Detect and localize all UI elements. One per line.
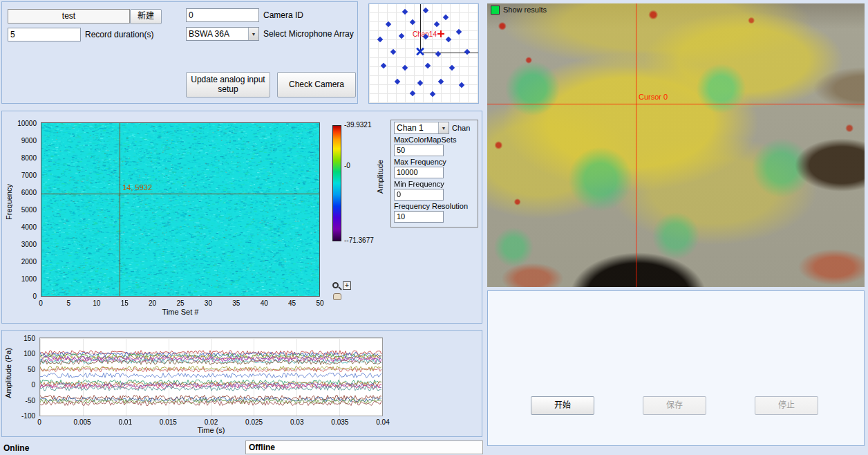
mic-point	[386, 21, 391, 26]
tick-label: 10	[93, 299, 100, 307]
colorbar-mid-label: -0	[344, 162, 350, 169]
start-button[interactable]: 开始	[531, 396, 594, 415]
tick-label: 6000	[21, 189, 37, 196]
chan14-marker-icon	[437, 30, 444, 37]
mic-point	[377, 37, 383, 42]
microphone-array-value: BSWA 36A	[187, 29, 248, 39]
tick-label: -50	[26, 396, 35, 404]
check-camera-button[interactable]: Check Camera	[277, 72, 356, 98]
min-frequency-label: Min Frequency	[394, 180, 475, 188]
mic-point	[423, 7, 428, 12]
frequency-resolution-input[interactable]: 10	[394, 211, 444, 223]
tick-label: 5	[67, 299, 71, 307]
plus-icon: +	[345, 281, 349, 289]
tick-label: 5000	[21, 206, 37, 214]
array-cursor-hline	[420, 53, 478, 53]
display-settings-group: Chan 1 ▼ Chan MaxColorMapSets 50 Max Fre…	[390, 120, 478, 228]
mic-point	[438, 78, 444, 84]
tick-label: 8000	[21, 154, 37, 162]
mic-point	[410, 19, 415, 24]
camera-cursor-label: Cursor 0	[639, 93, 668, 101]
chevron-down-icon: ▼	[248, 28, 258, 40]
camera-view-panel: Cursor 0 Show results	[487, 3, 865, 287]
mic-point	[464, 48, 470, 54]
max-frequency-input[interactable]: 10000	[394, 167, 444, 178]
offline-status-text: Offline	[249, 443, 275, 452]
spectrogram-y-ticks: 1000090008000700060005000400030002000100…	[15, 123, 38, 296]
tick-label: 25	[176, 299, 184, 307]
tick-label: 4000	[21, 223, 37, 231]
channel-dropdown[interactable]: Chan 1 ▼	[394, 122, 449, 134]
offline-status-box: Offline	[245, 440, 483, 454]
min-frequency-input[interactable]: 0	[394, 189, 444, 201]
tick-label: 35	[232, 299, 240, 307]
waveform-canvas[interactable]	[39, 337, 383, 416]
tick-label: 0.02	[205, 418, 218, 426]
spectrogram-panel: Frequency 100009000800070006000500040003…	[1, 111, 482, 324]
mic-point	[402, 64, 408, 70]
frequency-resolution-label: Frequency Resolution	[394, 202, 475, 210]
camera-id-input[interactable]: 0	[186, 8, 259, 22]
spectrogram-cursor-hline[interactable]	[41, 194, 319, 194]
acoustic-heatmap-image[interactable]	[487, 3, 865, 287]
microphone-array-label: Select Microphone Array	[263, 29, 354, 39]
mic-point	[390, 48, 396, 54]
tick-label: 1000	[21, 275, 37, 283]
spectrogram-cursor-vline[interactable]	[120, 123, 120, 296]
camera-cursor-hline[interactable]	[487, 104, 865, 104]
tick-label: 0.005	[74, 418, 91, 426]
colorbar-min-label: --71.3677	[344, 236, 374, 244]
tick-label: 3000	[21, 241, 37, 248]
mic-point	[446, 37, 451, 42]
mic-point	[402, 9, 408, 15]
tick-label: 0.025	[245, 418, 263, 426]
tick-label: 0.01	[119, 418, 132, 426]
mic-point	[434, 21, 440, 26]
waveform-ylabel: Amplitude (Pa)	[4, 348, 12, 398]
stop-button[interactable]: 停止	[755, 396, 818, 415]
test-name-input[interactable]: test	[8, 9, 130, 24]
microphone-array-dropdown[interactable]: BSWA 36A ▼	[186, 27, 259, 41]
colorbar-max-label: -39.9321	[344, 121, 371, 129]
mic-point	[459, 82, 464, 88]
tick-label: 50	[28, 365, 35, 373]
show-results-label: Show results	[503, 6, 547, 14]
show-results-checkbox[interactable]	[491, 6, 500, 15]
mic-point	[449, 64, 455, 70]
mic-point	[429, 91, 435, 97]
camera-cursor-vline[interactable]	[636, 3, 636, 287]
spectrogram-canvas[interactable]	[41, 122, 320, 297]
pan-hand-tool-icon[interactable]	[333, 293, 341, 300]
mic-point	[410, 90, 415, 95]
update-analog-input-button[interactable]: Update analog input setup	[186, 72, 270, 98]
tick-label: 0	[31, 381, 35, 389]
chevron-down-icon: ▼	[438, 122, 449, 133]
array-center-marker	[415, 47, 425, 57]
save-button[interactable]: 保存	[643, 396, 706, 415]
mic-array-plot[interactable]: Chan14	[369, 4, 478, 103]
online-status-text: Online	[3, 443, 29, 453]
zoom-tool-icon[interactable]	[332, 281, 341, 291]
tick-label: 150	[23, 335, 35, 342]
acquisition-controls-panel: test 新建 0 Camera ID 5 Record duration(s)…	[1, 1, 358, 104]
tick-label: 45	[288, 299, 296, 307]
waveform-x-ticks: 00.0050.010.0150.020.0250.030.0350.04	[39, 417, 383, 425]
tick-label: 0	[39, 299, 43, 307]
tick-label: 7000	[21, 171, 37, 179]
channel-value: Chan 1	[395, 123, 438, 133]
cursor-tool-icon[interactable]: +	[343, 281, 351, 290]
amplitude-colorbar	[332, 125, 341, 241]
tick-label: 0.04	[376, 418, 389, 426]
new-button[interactable]: 新建	[130, 9, 162, 24]
waveform-y-ticks: 150100500-50-100	[16, 338, 37, 416]
tick-label: 50	[316, 299, 323, 307]
tick-label: 0.015	[160, 418, 177, 426]
max-colormap-input[interactable]: 50	[394, 145, 444, 156]
tick-label: 100	[23, 350, 35, 358]
tick-label: 20	[149, 299, 156, 307]
mic-point	[435, 50, 440, 56]
transport-panel: 开始 保存 停止	[487, 290, 865, 446]
acoustic-camera-app: test 新建 0 Camera ID 5 Record duration(s)…	[0, 0, 868, 455]
record-duration-input[interactable]: 5	[8, 28, 81, 41]
tick-label: 40	[261, 299, 268, 307]
